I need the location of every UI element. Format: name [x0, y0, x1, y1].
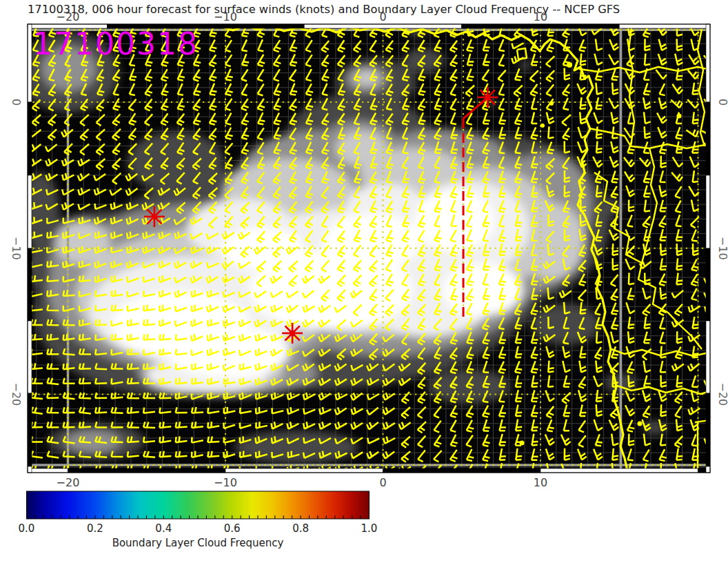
svg-text:0.2: 0.2 — [87, 522, 103, 535]
svg-text:0.4: 0.4 — [155, 522, 172, 535]
waypoint-marker — [144, 206, 165, 227]
svg-text:−20: −20 — [716, 383, 728, 406]
cloud-blob — [55, 221, 110, 265]
forecast-map-canvas: −20−10010−20−100100−10−200−10−20 1710031… — [0, 0, 728, 563]
svg-text:−10: −10 — [716, 237, 728, 260]
svg-text:−10: −10 — [214, 10, 237, 23]
svg-text:0: 0 — [379, 10, 386, 23]
waypoint-marker — [282, 323, 303, 344]
timestamp-overlay: 17100318 — [33, 26, 199, 61]
svg-text:−10: −10 — [10, 237, 23, 260]
colorbar-tick-labels: 0.00.20.40.60.81.0 — [19, 522, 378, 535]
svg-text:0.6: 0.6 — [224, 522, 241, 535]
colorbar-ticks — [27, 515, 370, 519]
cloud-blob — [234, 431, 358, 464]
colorbar-gradient-bar — [27, 491, 370, 519]
svg-text:0: 0 — [10, 99, 23, 106]
svg-text:0.0: 0.0 — [19, 522, 35, 535]
colorbar: 0.00.20.40.60.81.0 Boundary Layer Cloud … — [19, 491, 378, 549]
forecast-plot-page: 17100318, 006 hour forecast for surface … — [0, 0, 728, 563]
svg-text:10: 10 — [534, 476, 547, 489]
cloud-blob — [518, 61, 532, 70]
svg-text:10: 10 — [534, 10, 547, 23]
svg-text:−10: −10 — [214, 476, 237, 489]
colorbar-caption: Boundary Layer Cloud Frequency — [112, 537, 284, 549]
svg-text:1.0: 1.0 — [361, 522, 378, 535]
svg-text:−20: −20 — [57, 10, 80, 23]
island-dot — [540, 124, 545, 128]
svg-text:−20: −20 — [57, 476, 80, 489]
waypoint-marker — [477, 87, 498, 108]
svg-text:−20: −20 — [10, 383, 23, 406]
cloud-blob — [518, 203, 585, 280]
svg-text:0.8: 0.8 — [292, 522, 309, 535]
city-dot — [638, 422, 643, 426]
cloud-blob — [643, 421, 667, 435]
svg-text:0: 0 — [379, 476, 386, 489]
svg-text:0: 0 — [716, 99, 728, 106]
cloud-blob — [128, 131, 224, 193]
